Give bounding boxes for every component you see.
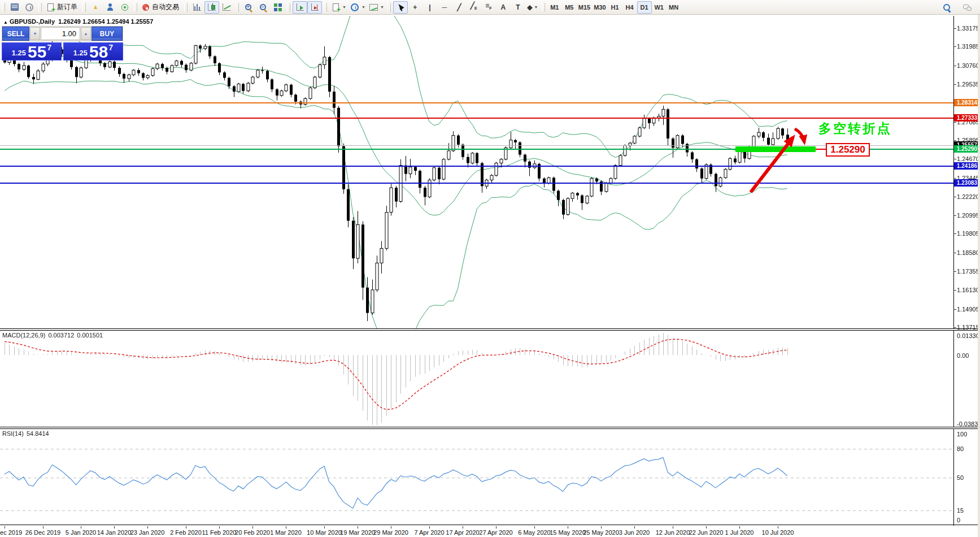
support-zone-rectangle[interactable] (735, 146, 816, 152)
market-button[interactable] (103, 1, 117, 14)
price-level-label: 1.28314 (954, 99, 978, 106)
zoom-out-button[interactable]: − (256, 1, 271, 14)
timeframe-m30-button[interactable]: M30 (592, 1, 607, 14)
time-axis[interactable]: 17 Dec 201926 Dec 20195 Jan 202014 Jan 2… (0, 526, 978, 537)
price-axis-tick (953, 271, 956, 272)
date-label: 12 Jun 2020 (656, 529, 690, 536)
search-button[interactable] (939, 1, 954, 14)
price-axis-tick (953, 309, 956, 310)
date-label: 2 Feb 2020 (170, 529, 202, 536)
arrows-dropdown-icon[interactable]: ▼ (534, 5, 538, 9)
terminal-button[interactable] (7, 1, 22, 14)
macd-axis-label: 0.013301 (957, 332, 978, 339)
zoom-in-button[interactable]: + (241, 1, 256, 14)
price-axis-label: 1.16130 (957, 287, 978, 293)
price-axis-label: 1.20995 (957, 212, 978, 219)
price-chart-canvas[interactable] (0, 16, 953, 525)
arrows-button[interactable]: ◆▼ (525, 1, 540, 14)
auto-scroll-button[interactable] (293, 1, 307, 14)
candlestick-chart-button[interactable] (204, 1, 219, 14)
crosshair-button[interactable]: + (408, 1, 423, 14)
period-selector-dropdown-icon[interactable]: ▼ (361, 5, 365, 9)
indicators-dropdown-icon[interactable]: ▼ (342, 5, 346, 9)
crosshair-icon: + (413, 3, 417, 11)
timeframe-d1-button[interactable]: D1 (637, 1, 652, 14)
level-line-1.24186[interactable] (0, 166, 953, 167)
trendline-icon: ╱ (457, 3, 461, 11)
line-chart-button[interactable] (219, 1, 234, 14)
level-line-1.25557[interactable] (0, 145, 953, 146)
price-axis-tick (953, 66, 956, 66)
signals-button[interactable] (117, 1, 132, 14)
volume-increase-button[interactable]: ▲ (81, 27, 91, 40)
timeframe-m5-button[interactable]: M5 (562, 1, 577, 14)
rsi-axis-label: 100 (957, 431, 967, 438)
text-label-icon: T (516, 3, 520, 11)
price-axis-tick (953, 178, 956, 179)
turning-point-annotation[interactable]: 多空转折点 (818, 120, 892, 137)
timeframe-m1-button[interactable]: M1 (547, 1, 562, 14)
sell-button[interactable]: SELL (2, 27, 29, 41)
horizontal-line-button[interactable]: ─ (437, 1, 452, 14)
date-label: 10 Jul 2020 (762, 529, 794, 536)
ask-price-point: 7 (108, 43, 113, 52)
cursor-button[interactable] (393, 1, 408, 14)
price-axis-label: 1.31985 (957, 43, 978, 50)
auto-scroll-icon (297, 3, 304, 11)
arrows-icon: ◆ (527, 3, 532, 11)
text-label-button[interactable]: T (511, 1, 525, 14)
timeframe-h4-button[interactable]: H4 (622, 1, 637, 14)
time-axis-tick (219, 526, 220, 529)
bid-price-prefix: 1.25 (12, 49, 26, 57)
price-axis-label: 1.19805 (957, 230, 978, 237)
price-axis-tick (953, 253, 956, 253)
main-toolbar: 新订单自动交易+−▼▼▼+|─╱╱E≡FAT◆▼M1M5M15M30H1H4D1… (0, 0, 980, 15)
price-axis-label: 1.30760 (957, 62, 978, 69)
autotrading-label: 自动交易 (152, 2, 179, 12)
timeframe-w1-button[interactable]: W1 (652, 1, 667, 14)
metaeditor-button[interactable] (88, 1, 103, 14)
templates-dropdown-icon[interactable]: ▼ (380, 5, 384, 9)
autotrading-button[interactable]: 自动交易 (140, 1, 182, 14)
date-label: 5 Jan 2020 (66, 529, 96, 536)
price-axis-tick (953, 290, 956, 291)
price-callout-label[interactable]: 1.25290 (826, 143, 870, 157)
fibonacci-button[interactable]: ≡F (481, 1, 496, 14)
macd-panel-divider[interactable] (0, 328, 978, 331)
text-button[interactable]: A (496, 1, 511, 14)
time-axis-tick (429, 526, 430, 529)
timeframe-h1-button[interactable]: H1 (608, 1, 622, 14)
collapse-icon[interactable]: ▲ (3, 20, 8, 25)
volume-input[interactable] (41, 27, 80, 40)
date-label: 29 Mar 2020 (373, 529, 408, 536)
bid-price-point: 7 (47, 43, 51, 52)
chart-shift-button[interactable] (307, 1, 322, 14)
level-line-1.28314[interactable] (0, 102, 953, 103)
buy-button[interactable]: BUY (92, 27, 123, 41)
period-selector-button[interactable]: ▼ (348, 1, 367, 14)
date-label: 1 Jul 2020 (725, 529, 754, 536)
date-label: 7 Apr 2020 (414, 529, 444, 536)
level-line-1.27333[interactable] (0, 118, 953, 119)
chat-button[interactable] (960, 1, 974, 14)
date-label: 25 May 2020 (583, 529, 619, 536)
indicators-button[interactable]: ▼ (329, 1, 348, 14)
toolbar-right-icons (939, 1, 980, 14)
timeframe-mn-button[interactable]: MN (667, 1, 681, 14)
tile-windows-button[interactable] (271, 1, 285, 14)
bar-chart-button[interactable] (190, 1, 204, 14)
level-line-1.23083[interactable] (0, 183, 953, 184)
vertical-line-button[interactable]: | (423, 1, 437, 14)
channel-button[interactable]: ╱E (467, 1, 481, 14)
ask-price-box[interactable]: 1.25587 (63, 42, 123, 60)
rsi-panel-divider[interactable] (0, 427, 978, 429)
trendline-button[interactable]: ╱ (452, 1, 467, 14)
bid-price-box[interactable]: 1.25557 (2, 42, 62, 60)
templates-button[interactable]: ▼ (367, 1, 386, 14)
volume-decrease-button[interactable]: ▼ (30, 27, 40, 40)
chart-window: ▲GBPUSD-,Daily 1.26249 1.26654 1.25494 1… (0, 14, 978, 537)
new-order-button[interactable]: 新订单 (44, 1, 81, 14)
timeframe-m15-button[interactable]: M15 (577, 1, 592, 14)
strategy-tester-button[interactable] (22, 1, 37, 14)
bar-chart-icon (193, 3, 201, 11)
